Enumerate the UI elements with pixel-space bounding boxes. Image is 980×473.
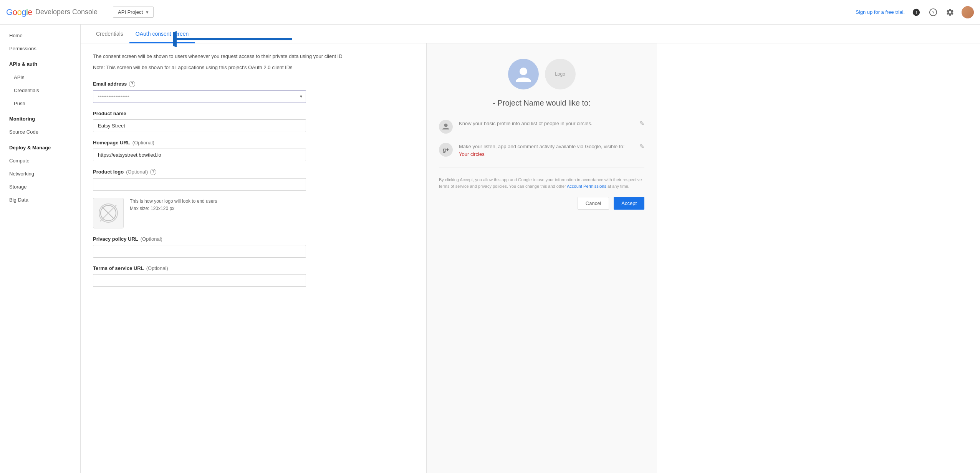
- chevron-down-icon: ▾: [146, 9, 149, 15]
- header-logo: Google Developers Console: [6, 7, 98, 17]
- permission-item-1: Know your basic profile info and list of…: [439, 120, 644, 134]
- perm1-text: Know your basic profile info and list of…: [459, 120, 633, 127]
- sidebar-item-permissions[interactable]: Permissions: [0, 42, 80, 55]
- sidebar-item-deploy-manage[interactable]: Deploy & Manage: [0, 139, 80, 154]
- homepage-input[interactable]: [93, 149, 306, 161]
- product-name-label: Product name: [93, 111, 414, 116]
- sidebar-item-credentials[interactable]: Credentials: [0, 84, 80, 97]
- sidebar-item-networking[interactable]: Networking: [0, 167, 80, 180]
- sidebar: Home Permissions APIs & auth APIs Creden…: [0, 25, 81, 473]
- gplus-icon: g+: [439, 143, 453, 157]
- content-row: The consent screen will be shown to user…: [81, 43, 980, 473]
- accept-notice: By clicking Accept, you allow this app a…: [439, 177, 644, 189]
- logo-preview-area: This is how your logo will look to end u…: [93, 198, 414, 228]
- svg-line-7: [102, 207, 114, 219]
- avatar[interactable]: [962, 6, 974, 18]
- logo-help-icon[interactable]: ?: [150, 169, 156, 175]
- email-select[interactable]: ••••••••••••••••••: [93, 90, 306, 103]
- svg-point-8: [520, 68, 527, 75]
- divider: [439, 167, 644, 167]
- email-group: Email address ? •••••••••••••••••• ▾: [93, 81, 414, 103]
- preview-icons: Logo: [508, 59, 576, 89]
- sidebar-item-big-data[interactable]: Big Data: [0, 194, 80, 207]
- permission-list: Know your basic profile info and list of…: [439, 120, 644, 158]
- user-avatar-preview: [508, 59, 539, 89]
- homepage-label: Homepage URL (Optional): [93, 140, 414, 146]
- profile-icon: [439, 120, 453, 134]
- logo-hint: This is how your logo will look to end u…: [130, 198, 217, 212]
- sidebar-item-source-code[interactable]: Source Code: [0, 126, 80, 139]
- logo-url-input[interactable]: [93, 178, 306, 191]
- sidebar-item-apis-auth[interactable]: APIs & auth: [0, 55, 80, 71]
- product-name-group: Product name: [93, 111, 414, 132]
- terms-label: Terms of service URL (Optional): [93, 265, 414, 271]
- app-name: Developers Console: [35, 8, 98, 16]
- product-logo-group: Product logo (Optional) ?: [93, 169, 414, 228]
- svg-text:!: !: [915, 10, 917, 14]
- privacy-policy-group: Privacy policy URL (Optional): [93, 236, 414, 258]
- free-trial-link[interactable]: Sign up for a free trial.: [856, 9, 905, 15]
- note-text: Note: This screen will be shown for all …: [93, 64, 414, 72]
- project-name-label: API Project: [118, 9, 143, 15]
- project-selector[interactable]: API Project ▾: [113, 7, 154, 18]
- svg-point-9: [444, 124, 447, 127]
- perm2-link[interactable]: Your circles: [459, 151, 485, 157]
- settings-icon[interactable]: [945, 7, 955, 18]
- app-body: Home Permissions APIs & auth APIs Creden…: [0, 25, 980, 473]
- help-icon[interactable]: ?: [928, 7, 939, 18]
- perm1-edit-icon[interactable]: ✎: [639, 120, 644, 127]
- right-panel: Logo - Project Name would like to:: [426, 43, 657, 473]
- email-select-wrapper: •••••••••••••••••• ▾: [93, 90, 306, 103]
- sidebar-item-apis[interactable]: APIs: [0, 71, 80, 84]
- alert-icon[interactable]: !: [911, 7, 922, 18]
- logo-placeholder-box: [93, 198, 124, 228]
- cancel-button[interactable]: Cancel: [578, 197, 609, 210]
- terms-input[interactable]: [93, 274, 306, 287]
- tab-credentials[interactable]: Credentials: [90, 25, 129, 43]
- form-area: The consent screen will be shown to user…: [81, 43, 426, 473]
- app-header: Google Developers Console API Project ▾ …: [0, 0, 980, 25]
- perm2-text: Make your listen, app and comment activi…: [459, 143, 633, 158]
- tabs-bar: Credentials OAuth consent screen: [81, 25, 980, 43]
- privacy-policy-input[interactable]: [93, 245, 306, 258]
- sidebar-item-monitoring[interactable]: Monitoring: [0, 110, 80, 126]
- sidebar-item-storage[interactable]: Storage: [0, 180, 80, 194]
- tab-oauth-consent[interactable]: OAuth consent screen: [129, 25, 195, 43]
- product-logo-label: Product logo (Optional) ?: [93, 169, 414, 175]
- main-content: Credentials OAuth consent screen The con…: [81, 25, 980, 473]
- permission-item-2: g+ Make your listen, app and comment act…: [439, 143, 644, 158]
- perm2-edit-icon[interactable]: ✎: [639, 143, 644, 150]
- sidebar-item-home[interactable]: Home: [0, 29, 80, 42]
- terms-group: Terms of service URL (Optional): [93, 265, 414, 287]
- accept-button[interactable]: Accept: [614, 197, 644, 210]
- sidebar-item-compute[interactable]: Compute: [0, 154, 80, 167]
- logo-preview-circle: Logo: [545, 59, 576, 89]
- sidebar-item-push[interactable]: Push: [0, 97, 80, 110]
- email-label: Email address ?: [93, 81, 414, 87]
- account-permissions-link[interactable]: Account Permissions: [567, 184, 606, 189]
- product-name-input[interactable]: [93, 119, 306, 132]
- email-help-icon[interactable]: ?: [129, 81, 135, 87]
- description-text: The consent screen will be shown to user…: [93, 53, 414, 61]
- svg-text:?: ?: [932, 10, 934, 14]
- panel-buttons: Cancel Accept: [439, 197, 644, 210]
- google-logo: Google: [6, 7, 32, 17]
- header-actions: Sign up for a free trial. ! ?: [856, 6, 974, 18]
- no-image-icon: [99, 203, 118, 223]
- homepage-group: Homepage URL (Optional): [93, 140, 414, 161]
- project-name-preview: - Project Name would like to:: [493, 99, 591, 108]
- privacy-policy-label: Privacy policy URL (Optional): [93, 236, 414, 242]
